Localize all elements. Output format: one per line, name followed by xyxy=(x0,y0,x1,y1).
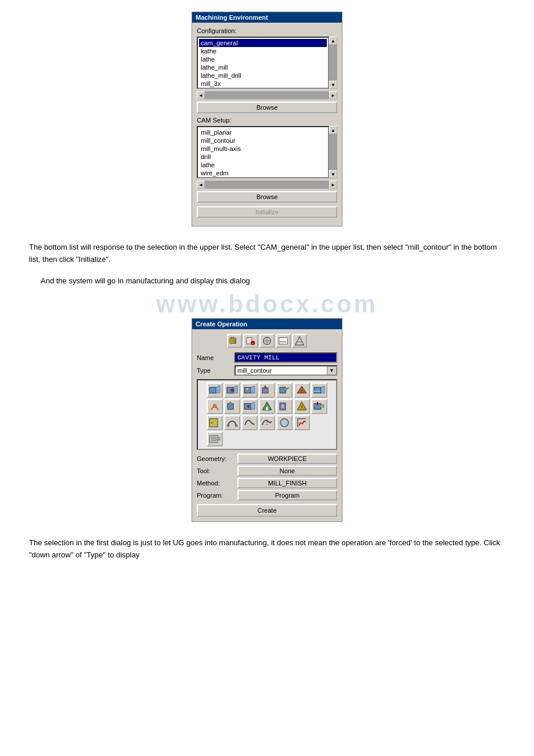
list-item-kathe[interactable]: kathe xyxy=(199,47,327,55)
list-item-lathe2[interactable]: lathe xyxy=(199,161,327,169)
op-icon-9[interactable] xyxy=(224,399,240,414)
paragraph2: And the system will go in manufacturing … xyxy=(41,275,517,287)
op-icon-13[interactable] xyxy=(294,399,310,414)
type-dropdown-arrow[interactable]: ▼ xyxy=(327,366,336,375)
config-browse-button[interactable]: Browse xyxy=(197,102,337,113)
svg-rect-17 xyxy=(231,389,234,391)
list-item-drill[interactable]: drill xyxy=(199,153,327,161)
cam-hscroll-left[interactable]: ◄ xyxy=(197,181,205,189)
program-value[interactable]: Program xyxy=(237,490,337,501)
cam-scroll-down[interactable]: ▼ xyxy=(329,170,337,178)
svg-marker-19 xyxy=(251,386,255,393)
config-hscroll-left[interactable]: ◄ xyxy=(197,91,205,99)
config-hscroll-right[interactable]: ► xyxy=(329,91,337,99)
name-label: Name xyxy=(197,354,234,361)
svg-rect-48 xyxy=(320,405,324,408)
program-label: Program: xyxy=(197,492,237,499)
initialize-button[interactable]: Initialize xyxy=(197,206,337,218)
op-icon-12[interactable] xyxy=(276,399,293,414)
config-scroll-down[interactable]: ▼ xyxy=(329,81,337,89)
toolbar-icon-3[interactable] xyxy=(259,334,275,348)
config-label: Configuration: xyxy=(197,27,337,34)
op-icon-20[interactable] xyxy=(294,415,310,430)
list-item-cam-general[interactable]: cam_general xyxy=(199,39,327,47)
config-list-scrollbar[interactable]: ▲ ▼ xyxy=(329,37,337,89)
tool-row: Tool: None xyxy=(197,466,337,476)
op-icon-6[interactable] xyxy=(294,383,310,398)
tool-value[interactable]: None xyxy=(237,466,337,476)
list-item-mill-contour2[interactable]: mill_contour xyxy=(199,136,327,145)
op-icon-3[interactable] xyxy=(241,383,258,398)
op-icon-2[interactable] xyxy=(224,383,240,398)
config-list[interactable]: cam_general kathe lathe lathe_mill lathe… xyxy=(197,37,329,89)
svg-rect-59 xyxy=(217,437,220,440)
config-hscroll-track xyxy=(205,91,329,99)
cam-setup-label: CAM Setup: xyxy=(197,117,337,124)
svg-rect-41 xyxy=(280,403,286,410)
cam-browse-button[interactable]: Browse xyxy=(197,191,337,203)
list-item-mill-contour[interactable]: mill_contour xyxy=(199,88,327,89)
op-icon-17[interactable] xyxy=(241,415,258,430)
cam-hscroll-right[interactable]: ► xyxy=(329,181,337,189)
paragraph1: The bottom list will response to the sel… xyxy=(29,242,505,266)
paragraph3: The selection in the first dialog is jus… xyxy=(29,537,505,561)
list-item-lathe[interactable]: lathe xyxy=(199,55,327,63)
op-icon-8[interactable] xyxy=(207,399,223,414)
geometry-value[interactable]: WORKPIECE xyxy=(237,453,337,464)
toolbar-icon-2[interactable]: + xyxy=(243,334,258,348)
svg-point-32 xyxy=(213,404,217,408)
toolbar-icon-4[interactable]: www xyxy=(276,334,291,348)
geometry-label: Geometry: xyxy=(197,455,237,462)
op-icon-4[interactable] xyxy=(259,383,275,398)
op-icon-19[interactable] xyxy=(276,415,293,430)
list-item-lathe-mill[interactable]: lathe_mill xyxy=(199,63,327,71)
toolbar-icon-5[interactable] xyxy=(292,334,307,348)
svg-rect-13 xyxy=(210,387,216,393)
dialog2-titlebar: Create Operation xyxy=(192,319,342,329)
cam-list-scrollbar[interactable]: ▲ ▼ xyxy=(329,126,337,178)
op-icon-1[interactable] xyxy=(207,383,223,398)
op-icon-7[interactable] xyxy=(311,383,327,398)
type-row: Type mill_contour ▼ xyxy=(197,365,337,376)
config-scroll-track xyxy=(329,45,337,81)
list-item-mill-3x[interactable]: mill_3x xyxy=(199,80,327,88)
op-icon-21[interactable] xyxy=(207,431,223,447)
svg-text:+: + xyxy=(211,421,213,425)
svg-marker-37 xyxy=(251,402,255,409)
svg-point-35 xyxy=(229,402,232,405)
svg-rect-1 xyxy=(231,337,234,339)
op-icon-5[interactable] xyxy=(276,383,293,398)
method-value[interactable]: MILL_FINISH xyxy=(237,478,337,488)
dialog1-title: Machining Environment xyxy=(196,14,268,21)
list-item-wire-edm[interactable]: wire_edm xyxy=(199,169,327,177)
svg-marker-14 xyxy=(216,386,220,393)
op-icon-10[interactable] xyxy=(241,399,258,414)
toolbar-icon-1[interactable] xyxy=(227,334,242,348)
op-icon-16[interactable] xyxy=(224,415,240,430)
cam-scroll-up[interactable]: ▲ xyxy=(329,126,337,134)
svg-text:www: www xyxy=(279,340,287,343)
type-select[interactable]: mill_contour ▼ xyxy=(234,365,337,376)
op-icon-14[interactable] xyxy=(311,399,327,414)
svg-point-51 xyxy=(227,424,229,427)
create-button[interactable]: Create xyxy=(197,504,337,517)
list-item-mill-multi-axis[interactable]: mill_multi-axis xyxy=(199,145,327,153)
op-icon-15[interactable]: + xyxy=(207,415,223,430)
cam-setup-list[interactable]: mill_planar mill_contour mill_multi-axis… xyxy=(197,126,329,178)
svg-point-38 xyxy=(247,405,250,408)
dialog2-title: Create Operation xyxy=(196,321,247,327)
config-scroll-up[interactable]: ▲ xyxy=(329,37,337,45)
name-input[interactable]: CAVITY MILL xyxy=(234,352,337,363)
op-icon-11[interactable] xyxy=(259,399,275,414)
list-item-lathe-mill-drill[interactable]: lathe_mill_drill xyxy=(199,71,327,80)
svg-point-52 xyxy=(235,424,237,427)
type-label: Type xyxy=(197,367,234,374)
geometry-row: Geometry: WORKPIECE xyxy=(197,453,337,464)
svg-marker-30 xyxy=(321,386,324,393)
list-item-mill-planar[interactable]: mill_planar xyxy=(199,128,327,136)
cam-scroll-track xyxy=(329,134,337,170)
create-operation-dialog: Create Operation + xyxy=(192,318,342,522)
operation-icon-grid: + xyxy=(197,379,337,450)
dialog1-titlebar: Machining Environment xyxy=(192,12,342,23)
op-icon-18[interactable] xyxy=(259,415,275,430)
